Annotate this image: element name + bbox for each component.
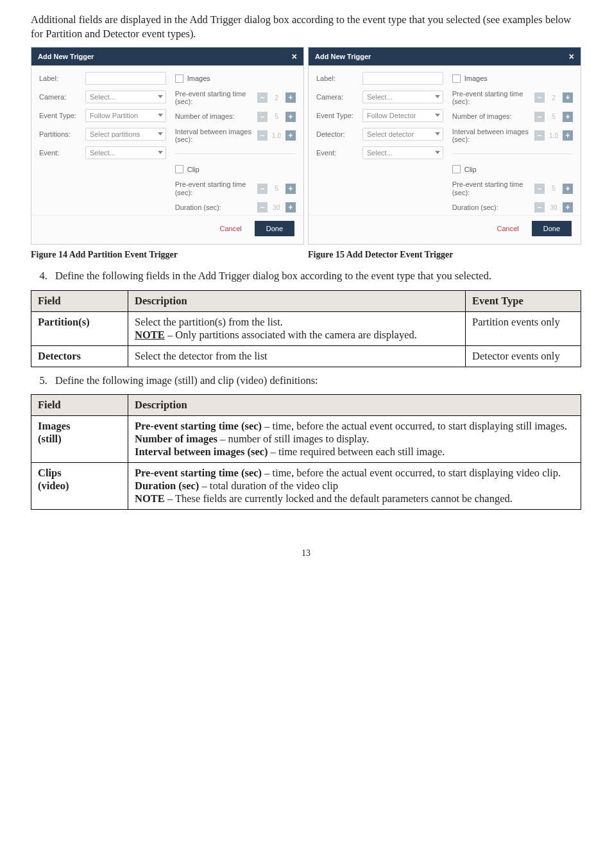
minus-icon[interactable]: −: [534, 92, 545, 103]
clip-checkbox[interactable]: [452, 165, 461, 173]
images-checkbox[interactable]: [452, 74, 461, 83]
chevron-down-icon: [435, 95, 440, 98]
table-cell: Images(still): [31, 415, 128, 462]
label-label: Label:: [39, 74, 81, 82]
label-input[interactable]: [362, 72, 443, 85]
plus-icon[interactable]: +: [285, 130, 296, 141]
plus-icon[interactable]: +: [563, 92, 573, 103]
plus-icon[interactable]: +: [563, 202, 573, 213]
table-cell: Select the detector from the list: [128, 345, 466, 367]
table-cell: Partition(s): [31, 311, 128, 345]
clip-chk-label: Clip: [187, 166, 200, 173]
table-header: Description: [128, 290, 466, 311]
table-header: Description: [128, 394, 581, 415]
cancel-button[interactable]: Cancel: [490, 221, 525, 236]
event-type-select[interactable]: Follow Detector: [362, 109, 443, 122]
minus-icon[interactable]: −: [534, 202, 545, 213]
plus-icon[interactable]: +: [563, 112, 573, 122]
minus-icon[interactable]: −: [534, 184, 545, 194]
interval-label: Interval between images (sec):: [175, 128, 253, 144]
images-chk-label: Images: [187, 74, 210, 82]
images-checkbox[interactable]: [175, 74, 183, 83]
table-header: Field: [31, 394, 128, 415]
table-cell: Pre-event starting time (sec) – time, be…: [128, 415, 581, 462]
pre-event-clip-label: Pre-event starting time (sec):: [452, 180, 531, 196]
table-cell: Clips(video): [31, 462, 128, 509]
event-type-label: Event Type:: [316, 112, 359, 119]
partitions-label: Partitions:: [39, 130, 81, 138]
minus-icon[interactable]: −: [534, 130, 545, 141]
table-header: Field: [31, 290, 128, 311]
dialog-title: Add New Trigger: [38, 53, 94, 60]
table-cell: Select the partition(s) from the list. N…: [128, 311, 466, 345]
table-cell: Detectors: [31, 345, 128, 367]
figure-15-caption: Figure 15 Add Detector Event Trigger: [308, 250, 581, 260]
num-images-value: 5: [547, 113, 561, 120]
done-button[interactable]: Done: [532, 221, 572, 236]
event-type-label: Event Type:: [39, 112, 81, 119]
minus-icon[interactable]: −: [534, 112, 545, 122]
pre-event-clip-label: Pre-event starting time (sec):: [175, 180, 253, 196]
step-5: Define the following image (still) and c…: [50, 374, 581, 388]
num-images-label: Number of images:: [175, 112, 253, 121]
minus-icon[interactable]: −: [257, 112, 268, 122]
label-label: Label:: [316, 74, 359, 82]
done-button[interactable]: Done: [255, 221, 294, 236]
images-chk-label: Images: [464, 74, 488, 82]
dialog-partition: Add New Trigger × Label: Camera: Select.…: [31, 47, 304, 245]
interval-label: Interval between images (sec):: [452, 128, 531, 144]
pre-event-clip-value: 5: [547, 185, 561, 192]
camera-select[interactable]: Select...: [85, 91, 166, 103]
interval-value: 1.0: [547, 132, 561, 139]
fields-table-2: Field Description Images(still) Pre-even…: [31, 394, 581, 510]
clip-checkbox[interactable]: [175, 165, 183, 173]
chevron-down-icon: [158, 95, 163, 98]
minus-icon[interactable]: −: [257, 184, 268, 194]
partitions-select[interactable]: Select partitions: [85, 128, 166, 141]
plus-icon[interactable]: +: [285, 92, 296, 103]
event-type-select[interactable]: Follow Partition: [85, 109, 166, 122]
close-icon[interactable]: ×: [292, 51, 297, 62]
dialog-title: Add New Trigger: [315, 53, 371, 60]
duration-value: 30: [547, 204, 561, 211]
event-select[interactable]: Select...: [362, 146, 443, 159]
camera-label: Camera:: [39, 93, 81, 101]
label-input[interactable]: [85, 72, 166, 85]
camera-select[interactable]: Select...: [362, 91, 443, 103]
chevron-down-icon: [435, 132, 440, 135]
minus-icon[interactable]: −: [257, 130, 268, 141]
plus-icon[interactable]: +: [285, 202, 296, 213]
plus-icon[interactable]: +: [563, 184, 573, 194]
step-4: Define the following fields in the Add T…: [50, 269, 581, 283]
close-icon[interactable]: ×: [569, 51, 574, 62]
event-label: Event:: [316, 149, 359, 157]
table-cell: Partition events only: [466, 311, 581, 345]
pre-event-images-label: Pre-event starting time (sec):: [452, 90, 531, 106]
fields-table-1: Field Description Event Type Partition(s…: [31, 290, 581, 367]
num-images-value: 5: [269, 113, 284, 120]
plus-icon[interactable]: +: [563, 130, 573, 141]
clip-chk-label: Clip: [464, 166, 477, 173]
chevron-down-icon: [435, 151, 440, 154]
plus-icon[interactable]: +: [285, 184, 296, 194]
chevron-down-icon: [158, 151, 163, 154]
minus-icon[interactable]: −: [257, 92, 268, 103]
page-number: 13: [31, 548, 581, 559]
duration-label: Duration (sec):: [452, 204, 531, 212]
camera-label: Camera:: [316, 93, 359, 101]
minus-icon[interactable]: −: [257, 202, 268, 213]
dialog-detector: Add New Trigger × Label: Camera: Select.…: [308, 47, 581, 245]
chevron-down-icon: [435, 114, 440, 117]
chevron-down-icon: [158, 132, 163, 135]
cancel-button[interactable]: Cancel: [213, 221, 248, 236]
detector-select[interactable]: Select detector: [362, 128, 443, 141]
table-cell: Detector events only: [466, 345, 581, 367]
pre-event-images-value: 2: [547, 94, 561, 101]
event-select[interactable]: Select...: [85, 146, 166, 159]
plus-icon[interactable]: +: [285, 112, 296, 122]
pre-event-images-label: Pre-event starting time (sec):: [175, 90, 253, 106]
table-header: Event Type: [466, 290, 581, 311]
duration-value: 30: [269, 204, 284, 211]
pre-event-clip-value: 5: [269, 185, 284, 192]
interval-value: 1.0: [269, 132, 284, 139]
